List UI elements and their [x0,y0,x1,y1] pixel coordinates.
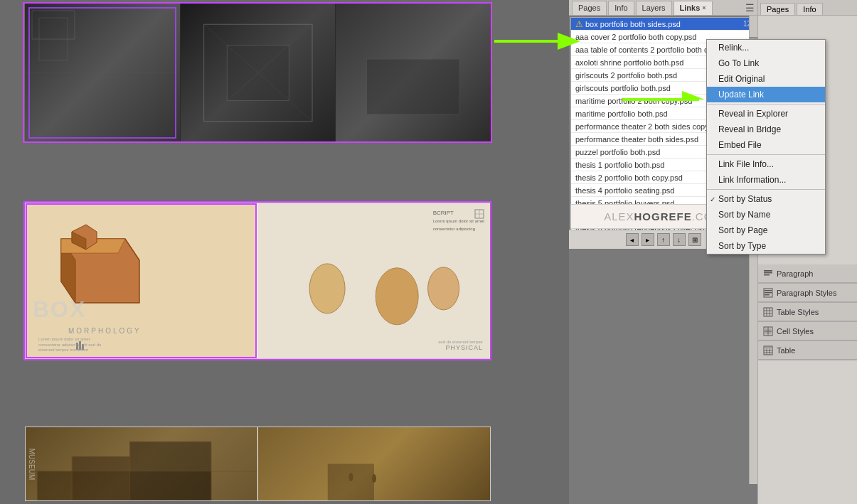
menu-update-link[interactable]: Update Link [707,87,825,102]
paragraph-styles-label: Paragraph Styles [777,289,836,297]
paragraph-section: Paragraph [758,264,857,284]
svg-rect-55 [764,346,772,348]
menu-reveal-explorer[interactable]: Reveal in Explorer [707,106,825,122]
description-text: Lorem ipsum dolor sit amet consectetur a… [38,337,102,353]
mid-page-spread: BOX MORPHOLOGY Lorem ipsum dolor sit ame… [25,203,491,359]
menu-sort-type[interactable]: Sort by Type [707,238,825,254]
scroll-grid-btn[interactable]: ⊞ [688,233,701,246]
paragraph-styles-icon [762,287,774,299]
svg-rect-43 [765,292,772,294]
menu-link-file-info[interactable]: Link File Info... [707,156,825,172]
svg-rect-39 [764,272,772,274]
svg-point-32 [348,473,353,481]
context-menu: Relink... Go To Link Edit Original Updat… [706,39,826,254]
table-section: Table [758,341,857,360]
menu-sep-3 [707,189,825,190]
bot-img-left: MUSEUM [26,427,257,500]
bot-page-spread: MUSEUM [25,427,491,501]
svg-point-21 [428,267,459,310]
morphology-label: MORPHOLOGY [68,327,142,335]
panel-menu-icon[interactable]: ☰ [745,2,755,14]
green-arrow-right-1 [491,27,583,57]
svg-rect-9 [367,59,460,114]
green-arrow-right-2 [619,85,708,115]
styles-top-tabs: Pages Info [758,0,857,16]
menu-reveal-bridge[interactable]: Reveal in Bridge [707,122,825,137]
scroll-left-btn[interactable]: ◂ [626,233,639,246]
cell-styles-icon [762,326,774,337]
top-img-left [25,4,180,142]
menu-embed-file[interactable]: Embed File [707,137,825,153]
styles-tab-info[interactable]: Info [797,3,822,15]
scroll-down-btn[interactable]: ↓ [673,233,686,246]
link-item[interactable]: ⚠box portfolio both sides.psd12 [571,18,755,31]
menu-edit-original[interactable]: Edit Original [707,71,825,87]
table-styles-icon [762,306,774,318]
top-page-spread [25,4,491,142]
table-icon [762,345,774,356]
svg-rect-42 [765,290,772,291]
canvas-area: BOX MORPHOLOGY Lorem ipsum dolor sit ame… [0,0,569,504]
paragraph-styles-header[interactable]: Paragraph Styles [758,284,857,302]
svg-rect-26 [37,471,72,500]
cell-styles-section: Cell Styles [758,322,857,341]
tab-info[interactable]: Info [608,1,634,15]
tab-pages[interactable]: Pages [572,1,607,15]
tab-close-icon[interactable]: × [702,4,706,11]
tab-layers[interactable]: Layers [636,1,672,15]
bot-img-right [258,427,490,500]
menu-sep-2 [707,154,825,155]
paragraph-header: Paragraph [758,264,857,283]
mid-right-page: BCRIPT Lorem ipsum dolor sit ametconsect… [257,203,490,358]
svg-point-18 [309,264,345,313]
logo-hogrefe: HOGREFE [634,210,692,222]
cell-styles-label: Cell Styles [777,327,814,336]
svg-rect-44 [765,294,770,296]
svg-point-33 [372,474,376,483]
table-styles-label: Table Styles [777,308,819,316]
menu-sort-name[interactable]: Sort by Name [707,207,825,222]
styles-tab-pages[interactable]: Pages [760,3,795,15]
svg-rect-38 [764,270,772,272]
table-styles-header[interactable]: Table Styles [758,303,857,321]
paragraph-label: Paragraph [777,269,813,278]
mid-left-page: BOX MORPHOLOGY Lorem ipsum dolor sit ame… [26,203,257,358]
menu-sep-1 [707,104,825,104]
scroll-up-btn[interactable]: ↑ [657,233,670,246]
scroll-right-btn[interactable]: ▸ [642,233,654,246]
small-text: sed do eiusmod tempor [438,340,483,344]
physical-label: PHYSICAL [445,344,483,351]
top-img-center [181,4,336,142]
table-styles-section: Table Styles [758,303,857,322]
table-label: Table [777,346,795,355]
paragraph-icon [762,268,774,279]
panel-tab-bar: Pages Info Layers Links × ☰ [569,0,757,16]
paragraph-styles-section: Paragraph Styles [758,284,857,303]
table-header[interactable]: Table [758,341,857,360]
museum-text: MUSEUM [28,448,36,479]
box-label: BOX [33,296,86,323]
menu-link-information[interactable]: Link Information... [707,172,825,188]
tab-links[interactable]: Links × [674,1,713,15]
logo-alex: ALEX [604,210,634,222]
top-img-right [336,4,491,142]
svg-rect-30 [26,427,257,471]
menu-goto-link[interactable]: Go To Link [707,55,825,71]
svg-point-20 [376,268,418,325]
menu-sort-status[interactable]: Sort by Status [707,191,825,207]
menu-relink[interactable]: Relink... [707,40,825,55]
svg-rect-0 [32,11,75,39]
svg-rect-40 [764,274,770,276]
svg-rect-45 [764,308,772,316]
cell-styles-header[interactable]: Cell Styles [758,322,857,341]
menu-sort-page[interactable]: Sort by Page [707,222,825,238]
link-name: box portfolio both sides.psd [585,20,740,28]
svg-rect-31 [328,464,374,501]
